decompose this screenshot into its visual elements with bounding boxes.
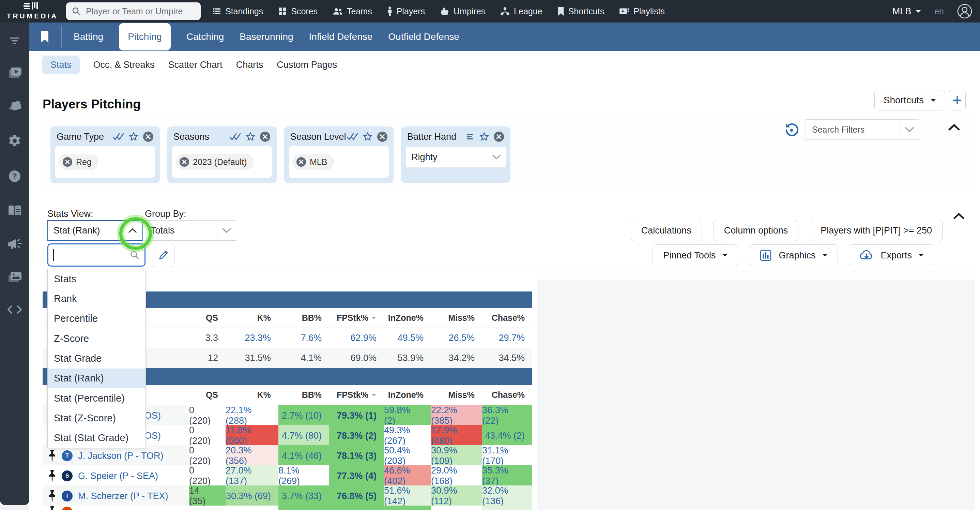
edit-view-button[interactable]	[153, 243, 175, 267]
stat-cell[interactable]	[431, 505, 482, 510]
star-icon[interactable]	[245, 132, 256, 142]
stats-view-search-input[interactable]	[54, 250, 129, 261]
stat-cell[interactable]: 11.8% (500)	[226, 425, 278, 446]
stat-cell[interactable]: 8.1% (269)	[278, 465, 329, 486]
stats-view-option-z-score[interactable]: Z-Score	[48, 328, 145, 348]
section-tab-infield-defense[interactable]: Infield Defense	[309, 31, 373, 42]
star-icon[interactable]	[363, 132, 373, 142]
stat-cell[interactable]: 46.6% (402)	[384, 465, 431, 486]
stat-cell[interactable]: 30.9% (109)	[431, 445, 482, 466]
column-header-qs[interactable]: QS	[189, 385, 226, 405]
stats-view-option-stats[interactable]: Stats	[48, 269, 145, 289]
players-with-p-pit-250-button[interactable]: Players with [P|PIT] >= 250	[810, 220, 942, 241]
stat-cell[interactable]: 22.2% (385)	[431, 405, 482, 426]
filter-chip-mlb[interactable]: MLB	[293, 154, 334, 170]
language-label[interactable]: en	[934, 6, 944, 16]
stats-view-search[interactable]	[48, 244, 145, 266]
column-options-button[interactable]: Column options	[714, 220, 799, 241]
sidebar-gear-icon[interactable]	[8, 134, 22, 148]
stats-view-option-stat-rank[interactable]: Stat (Rank)	[48, 368, 145, 388]
stats-view-option-percentile[interactable]: Percentile	[48, 309, 145, 328]
stat-cell[interactable]: 77.3% (4)	[329, 465, 384, 486]
column-header-fpstk[interactable]: FPStk%	[329, 385, 384, 405]
exports-button[interactable]: Exports	[849, 244, 934, 266]
stat-cell[interactable]: 35.3% (37)	[482, 465, 532, 486]
calculations-button[interactable]: Calculations	[631, 220, 702, 241]
stats-view-option-stat-percentile[interactable]: Stat (Percentile)	[48, 388, 145, 408]
stat-cell[interactable]: 49.3% (267)	[384, 425, 431, 446]
stat-cell[interactable]	[384, 505, 431, 510]
page-tab-occ-streaks[interactable]: Occ. & Streaks	[93, 60, 155, 70]
stat-cell[interactable]: 29.7%	[482, 328, 532, 348]
star-icon[interactable]	[479, 132, 489, 142]
stat-cell[interactable]: 36.3% (22)	[482, 405, 532, 426]
stats-view-select[interactable]: Stat (Rank)	[48, 220, 143, 241]
column-header-inzone[interactable]: InZone%	[384, 308, 431, 328]
star-icon[interactable]	[129, 132, 139, 142]
remove-icon[interactable]	[143, 131, 154, 142]
collapse-controls-chevron-up-icon[interactable]	[953, 212, 965, 220]
stat-cell[interactable]: 23.3%	[226, 328, 278, 348]
top-nav-teams[interactable]: Teams	[332, 6, 372, 16]
section-tab-batting[interactable]: Batting	[73, 31, 103, 42]
stats-view-option-stat-z-score[interactable]: Stat (Z-Score)	[48, 408, 145, 428]
column-header-bb[interactable]: BB%	[278, 308, 329, 328]
pin-icon[interactable]	[48, 489, 56, 502]
stat-cell[interactable]: 3.7% (33)	[278, 486, 329, 507]
column-header-chase[interactable]: Chase%	[482, 308, 532, 328]
player-name-link[interactable]: J. Jackson (P - TOR)	[78, 451, 164, 461]
stat-cell[interactable]: 2.7% (10)	[278, 405, 329, 426]
stat-cell[interactable]	[482, 505, 532, 510]
add-page-button[interactable]	[949, 90, 966, 110]
column-header-k[interactable]: K%	[226, 385, 278, 405]
page-tab-charts[interactable]: Charts	[236, 60, 263, 70]
collapse-filters-chevron-up-icon[interactable]	[948, 123, 960, 131]
stat-cell[interactable]: 17.9% (480)	[431, 425, 482, 446]
top-nav-scores[interactable]: Scores	[278, 6, 318, 16]
page-tab-scatter-chart[interactable]: Scatter Chart	[168, 60, 223, 70]
pin-icon[interactable]	[48, 505, 56, 510]
remove-icon[interactable]	[493, 131, 504, 142]
stat-cell[interactable]: 31.1% (170)	[482, 445, 532, 466]
stat-cell[interactable]: 50.4% (203)	[384, 445, 431, 466]
stat-cell[interactable]: 78.1% (3)	[329, 445, 384, 466]
stat-cell[interactable]: 30.9% (112)	[431, 486, 482, 507]
stat-cell[interactable]: 51.6% (142)	[384, 486, 431, 507]
bookmark-icon[interactable]	[40, 31, 49, 43]
pinned-tools-button[interactable]: Pinned Tools	[652, 244, 738, 266]
stats-view-option-rank[interactable]: Rank	[48, 289, 145, 309]
column-header-inzone[interactable]: InZone%	[384, 385, 431, 405]
page-tab-stats[interactable]: Stats	[42, 56, 80, 74]
pin-icon[interactable]	[48, 449, 56, 462]
stat-cell[interactable]: 49.5%	[384, 328, 431, 348]
stat-cell[interactable]: 7.6%	[278, 328, 329, 348]
remove-icon[interactable]	[377, 131, 388, 142]
global-search-input[interactable]	[85, 6, 195, 17]
graphics-button[interactable]: Graphics	[749, 244, 838, 266]
column-header-k[interactable]: K%	[226, 308, 278, 328]
double-check-icon[interactable]	[112, 132, 124, 141]
sidebar-megaphone-icon[interactable]	[7, 238, 22, 250]
section-tab-outfield-defense[interactable]: Outfield Defense	[388, 31, 459, 42]
sidebar-cards-icon[interactable]	[7, 100, 22, 113]
stat-cell[interactable]: 78.3% (2)	[329, 425, 384, 446]
column-header-bb[interactable]: BB%	[278, 385, 329, 405]
sidebar-gallery-icon[interactable]	[7, 271, 22, 284]
double-check-icon[interactable]	[346, 132, 358, 141]
league-switcher[interactable]: MLB	[892, 6, 922, 17]
avatar-icon[interactable]	[957, 3, 972, 19]
player-name-link[interactable]: M. Scherzer (P - TEX)	[78, 491, 168, 502]
stat-cell[interactable]: 62.9%	[329, 328, 384, 348]
section-tab-baserunning[interactable]: Baserunning	[240, 31, 293, 42]
top-nav-shortcuts[interactable]: Shortcuts	[557, 6, 605, 16]
sidebar-video-playlist-icon[interactable]	[7, 67, 22, 79]
stat-cell[interactable]	[278, 505, 329, 510]
top-nav-players[interactable]: Players	[387, 6, 425, 16]
global-search[interactable]	[66, 2, 201, 20]
column-header-chase[interactable]: Chase%	[482, 385, 532, 405]
player-name-link[interactable]: G. Speier (P - SEA)	[78, 471, 158, 481]
column-header-miss[interactable]: Miss%	[431, 385, 482, 405]
menu-lines-icon[interactable]	[466, 133, 475, 140]
filter-chip-reg[interactable]: Reg	[59, 154, 98, 170]
history-icon[interactable]	[784, 123, 799, 138]
